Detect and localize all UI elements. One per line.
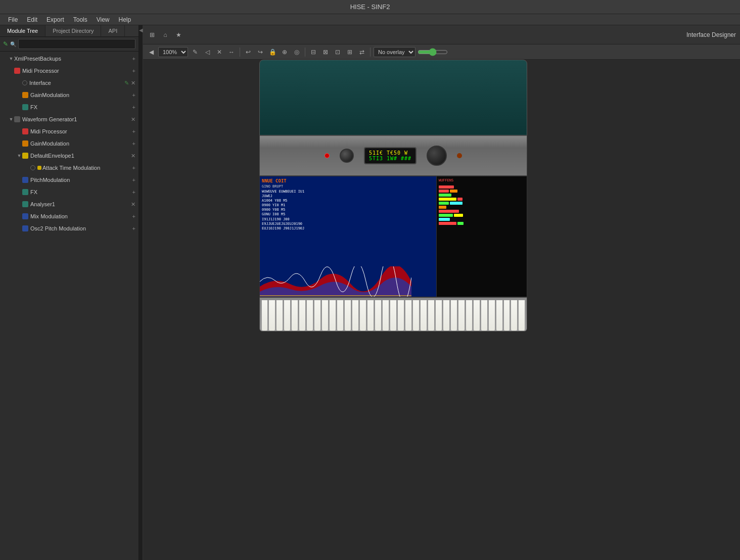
key-c2[interactable] [314,300,321,331]
tree-item-pitch[interactable]: PitchModulation + [0,174,138,186]
menu-help[interactable]: Help [115,15,135,24]
plus-icon[interactable]: ⊕ [280,47,290,57]
home-icon[interactable]: ⌂ [160,30,170,40]
add-btn-xmlpreset[interactable]: + [131,56,136,62]
add-btn-fx1[interactable]: + [131,104,136,110]
add-btn-osc2[interactable]: + [131,225,136,231]
add-btn-pitch[interactable]: + [131,177,136,183]
vert-collapse-arrow[interactable]: ◀ [139,27,143,33]
align-center-icon[interactable]: ⊠ [320,47,331,57]
tree-item-gain2[interactable]: GainModulation + [0,137,138,150]
cross-tool-icon[interactable]: ✕ [214,47,224,57]
key-g5[interactable] [503,300,511,331]
menu-view[interactable]: View [92,15,114,24]
key-b1[interactable] [306,300,313,331]
star-icon[interactable]: ★ [173,30,183,40]
key-e2[interactable] [329,300,336,331]
collapse-arrow-envelope[interactable]: ▼ [16,153,22,158]
key-f1[interactable] [284,300,291,331]
add-btn-midi2[interactable]: + [131,128,136,134]
tree-item-fx1[interactable]: FX + [0,101,138,113]
tab-module-tree[interactable]: Module Tree [0,25,45,36]
key-d3[interactable] [375,300,382,331]
add-btn-gain2[interactable]: + [131,141,136,147]
menu-tools[interactable]: Tools [69,15,91,24]
left-arrow-icon[interactable]: ◀ [146,47,156,57]
select-tool-icon[interactable]: ◁ [202,47,212,57]
key-b5[interactable] [518,300,525,331]
key-e5[interactable] [488,300,495,331]
undo-icon[interactable]: ↩ [243,47,253,57]
key-b4[interactable] [466,300,473,331]
add-btn-gain1[interactable]: + [131,92,136,98]
key-g3[interactable] [397,300,404,331]
tree-item-midi2[interactable]: Midi Processor + [0,125,138,137]
tree-item-osc2-pitch[interactable]: Osc2 Pitch Modulation + [0,222,138,235]
tree-item-envelope[interactable]: ▼ DefaultEnvelope1 ✕ [0,150,138,162]
key-a3[interactable] [405,300,412,331]
key-g2[interactable] [344,300,351,331]
tree-item-gain1[interactable]: GainModulation + [0,89,138,101]
key-c4[interactable] [420,300,427,331]
add-btn-attack[interactable]: + [131,165,136,171]
menu-export[interactable]: Export [42,15,68,24]
pencil-tool-icon[interactable]: ✎ [190,47,200,57]
delete-btn-envelope[interactable]: ✕ [130,153,136,159]
key-f4[interactable] [443,300,450,331]
circle-icon[interactable]: ◎ [292,47,302,57]
key-a1[interactable] [299,300,306,331]
align-left-icon[interactable]: ⊟ [308,47,318,57]
menu-edit[interactable]: Edit [23,15,41,24]
key-c1[interactable] [261,300,268,331]
flip-icon[interactable]: ⇄ [357,47,367,57]
key-e1[interactable] [276,300,283,331]
add-btn-fx2[interactable]: + [131,189,136,195]
key-f3[interactable] [390,300,397,331]
collapse-arrow-xmlpreset[interactable]: ▼ [8,56,14,61]
key-a2[interactable] [352,300,359,331]
key-c5[interactable] [473,300,480,331]
key-f5[interactable] [496,300,503,331]
menu-file[interactable]: File [4,15,22,24]
key-d4[interactable] [428,300,435,331]
tree-item-xmlpreset[interactable]: ▼ XmlPresetBackups + [0,53,138,65]
zoom-slider[interactable] [418,48,448,56]
tree-item-midi-processor-1[interactable]: Midi Processor + [0,65,138,77]
key-b2[interactable] [359,300,366,331]
lock-icon[interactable]: 🔒 [267,47,278,57]
redo-icon[interactable]: ↪ [255,47,265,57]
collapse-arrow-waveform[interactable]: ▼ [8,117,14,122]
key-d2[interactable] [321,300,329,331]
tree-item-mix[interactable]: Mix Modulation + [0,210,138,222]
add-btn-mix[interactable]: + [131,213,136,219]
edit-btn-interface[interactable]: ✎ [124,80,129,86]
key-d5[interactable] [481,300,488,331]
delete-btn-interface[interactable]: ✕ [130,80,136,86]
key-b3[interactable] [412,300,420,331]
key-d1[interactable] [268,300,275,331]
tab-api[interactable]: API [101,25,125,36]
add-btn-midi1[interactable]: + [131,68,136,74]
key-g1[interactable] [291,300,298,331]
key-e4[interactable] [435,300,442,331]
key-e3[interactable] [382,300,389,331]
delete-btn-analyser[interactable]: ✕ [130,201,136,208]
move-tool-icon[interactable]: ↔ [226,47,237,57]
tab-project-directory[interactable]: Project Directory [45,25,101,36]
zoom-select[interactable]: 100% [158,47,188,57]
key-g4[interactable] [450,300,457,331]
tree-item-interface[interactable]: Interface ✎ ✕ [0,77,138,89]
key-c3[interactable] [367,300,374,331]
search-input[interactable] [18,39,135,49]
new-icon[interactable]: ⊞ [147,30,157,40]
synth-keyboard[interactable] [259,297,527,332]
overlay-select[interactable]: No overlay [374,47,415,57]
key-f2[interactable] [337,300,344,331]
knob-2[interactable] [427,146,447,166]
knob-1[interactable] [340,149,354,163]
tree-item-attack-time[interactable]: Attack Time Modulation + [0,162,138,174]
distribute-icon[interactable]: ⊞ [345,47,355,57]
tree-item-fx2[interactable]: FX + [0,186,138,198]
delete-btn-waveform[interactable]: ✕ [130,116,136,123]
tree-item-analyser[interactable]: Analyser1 ✕ [0,198,138,210]
